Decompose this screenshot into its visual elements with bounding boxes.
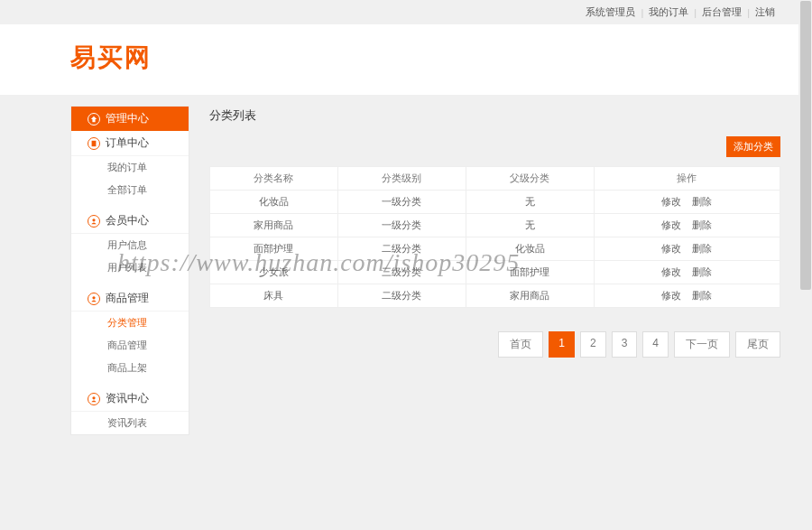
sidebar-item-product-publish[interactable]: 商品上架	[71, 357, 189, 379]
table-cell: 无	[466, 214, 594, 237]
topnav-backend[interactable]: 后台管理	[697, 5, 747, 19]
sidebar: 管理中心 订单中心 我的订单 全部订单 会员中心 用户信息 用户列表 商品管理 …	[70, 106, 189, 435]
table-cell: 无	[466, 191, 594, 214]
sidebar-item-my-orders[interactable]: 我的订单	[71, 156, 189, 179]
table-cell: 二级分类	[337, 237, 466, 261]
sidebar-item-all-orders[interactable]: 全部订单	[71, 179, 189, 201]
category-table: 分类名称 分类级别 父级分类 操作 化妆品一级分类无修改删除家用商品一级分类无修…	[209, 166, 780, 308]
page-number[interactable]: 4	[642, 331, 669, 358]
edit-link[interactable]: 修改	[661, 243, 681, 254]
table-cell-ops: 修改删除	[594, 214, 780, 237]
table-row: 少女派三级分类面部护理修改删除	[210, 261, 780, 284]
table-cell: 一级分类	[337, 214, 466, 237]
topnav-admin[interactable]: 系统管理员	[580, 5, 641, 19]
page-number[interactable]: 3	[612, 331, 638, 358]
delete-link[interactable]: 删除	[692, 196, 712, 207]
page-number[interactable]: 2	[580, 331, 606, 358]
edit-link[interactable]: 修改	[661, 219, 681, 230]
table-cell: 少女派	[210, 261, 338, 284]
table-cell: 三级分类	[337, 261, 466, 284]
home-icon	[88, 113, 100, 126]
top-nav: 系统管理员 | 我的订单 | 后台管理 | 注销	[0, 0, 798, 24]
th-level: 分类级别	[337, 167, 466, 191]
svg-rect-0	[92, 140, 97, 145]
page-next[interactable]: 下一页	[674, 331, 730, 358]
topnav-logout[interactable]: 注销	[750, 5, 780, 19]
svg-point-2	[92, 296, 95, 299]
sidebar-group-label: 商品管理	[106, 291, 149, 306]
header: 易买网	[0, 24, 798, 95]
edit-link[interactable]: 修改	[661, 266, 681, 277]
table-cell-ops: 修改删除	[594, 284, 780, 308]
page-title: 分类列表	[209, 107, 780, 124]
delete-link[interactable]: 删除	[692, 243, 712, 254]
table-cell: 床具	[210, 284, 338, 308]
sidebar-group-news[interactable]: 资讯中心	[71, 386, 189, 412]
table-row: 化妆品一级分类无修改删除	[210, 191, 780, 214]
scrollbar-track[interactable]	[799, 0, 812, 530]
scrollbar-thumb[interactable]	[800, 1, 811, 290]
sidebar-head: 管理中心	[71, 107, 189, 131]
edit-link[interactable]: 修改	[661, 290, 681, 301]
table-cell: 面部护理	[466, 261, 594, 284]
logo[interactable]: 易买网	[70, 41, 798, 75]
table-cell: 化妆品	[466, 237, 594, 261]
order-icon	[88, 137, 100, 150]
user-icon	[88, 393, 100, 405]
svg-point-3	[92, 396, 95, 399]
table-row: 家用商品一级分类无修改删除	[210, 214, 780, 237]
table-cell: 面部护理	[210, 237, 338, 261]
delete-link[interactable]: 删除	[692, 266, 712, 277]
sidebar-item-news-list[interactable]: 资讯列表	[71, 412, 189, 434]
delete-link[interactable]: 删除	[692, 290, 712, 301]
table-cell: 家用商品	[466, 284, 594, 308]
sidebar-group-label: 会员中心	[106, 213, 149, 228]
table-cell-ops: 修改删除	[594, 191, 780, 214]
sidebar-item-product-manage[interactable]: 商品管理	[71, 334, 189, 357]
th-parent: 父级分类	[466, 167, 594, 191]
table-cell-ops: 修改删除	[594, 261, 780, 284]
table-row: 床具二级分类家用商品修改删除	[210, 284, 780, 308]
sidebar-group-members[interactable]: 会员中心	[71, 209, 189, 234]
add-category-button[interactable]: 添加分类	[726, 136, 780, 157]
table-cell: 二级分类	[337, 284, 466, 308]
sidebar-item-category-manage[interactable]: 分类管理	[71, 311, 189, 334]
table-cell: 一级分类	[337, 191, 466, 214]
user-icon	[88, 215, 100, 228]
edit-link[interactable]: 修改	[661, 196, 681, 207]
table-row: 面部护理二级分类化妆品修改删除	[210, 237, 780, 261]
sidebar-item-user-list[interactable]: 用户列表	[71, 256, 189, 279]
topnav-my-orders[interactable]: 我的订单	[643, 5, 694, 19]
main-content: 分类列表 添加分类 分类名称 分类级别 父级分类 操作 化妆品一级分类无修改删除…	[189, 106, 798, 435]
sidebar-item-user-info[interactable]: 用户信息	[71, 234, 189, 256]
th-ops: 操作	[594, 167, 780, 191]
sidebar-head-label: 管理中心	[106, 111, 149, 126]
sidebar-group-label: 订单中心	[106, 135, 149, 151]
th-name: 分类名称	[210, 167, 338, 191]
sidebar-group-products[interactable]: 商品管理	[71, 286, 189, 311]
table-cell-ops: 修改删除	[594, 237, 780, 261]
page-last[interactable]: 尾页	[735, 331, 780, 358]
page-first[interactable]: 首页	[498, 331, 543, 358]
sidebar-group-label: 资讯中心	[106, 391, 149, 406]
delete-link[interactable]: 删除	[692, 219, 712, 230]
table-cell: 化妆品	[210, 191, 338, 214]
table-cell: 家用商品	[210, 214, 338, 237]
pagination: 首页 1234 下一页 尾页	[209, 331, 780, 358]
user-icon	[88, 293, 100, 305]
page-number[interactable]: 1	[549, 331, 575, 358]
svg-point-1	[92, 219, 95, 221]
sidebar-group-orders[interactable]: 订单中心	[71, 131, 189, 156]
